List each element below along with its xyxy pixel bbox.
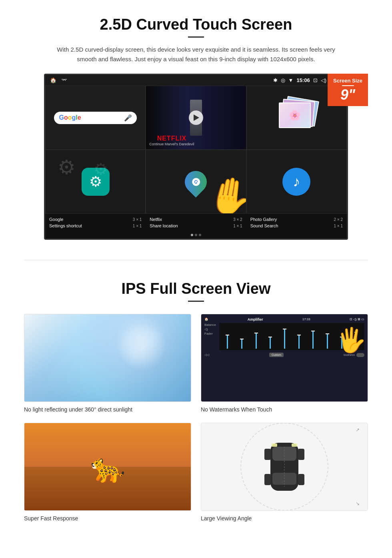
play-button[interactable] bbox=[189, 110, 203, 125]
play-triangle-icon bbox=[194, 114, 199, 121]
netflix-logo-text: NETFLIX bbox=[149, 135, 194, 142]
settings-label: Settings shortcut 1 × 1 bbox=[45, 223, 146, 229]
home-icon[interactable]: 🏠 bbox=[50, 77, 56, 83]
google-search-bar[interactable]: Google 🎤 bbox=[54, 112, 136, 124]
netflix-overlay: NETFLIX Continue Marvel's Daredevil bbox=[149, 135, 194, 146]
camera-icon: ⊡ bbox=[313, 77, 318, 83]
sound-size: 1 × 1 bbox=[334, 224, 343, 228]
screen-size-badge: Screen Size 9" bbox=[328, 74, 368, 106]
watermarks-image: 🏠 Amplifier 17:33 ⊡ ◁) ⊠ ▭ Balance ◁) Fa… bbox=[201, 314, 368, 402]
large-angle-label: Large Viewing Angle bbox=[201, 515, 252, 522]
netflix-label: Netflix 3 × 2 bbox=[146, 216, 246, 223]
car-circle bbox=[240, 423, 328, 511]
dot-3 bbox=[199, 234, 201, 236]
fader-label: Fader bbox=[204, 332, 216, 335]
music-note-icon: ♪ bbox=[293, 173, 300, 190]
amp-title: Amplifier bbox=[248, 317, 263, 321]
app-labels: Google 3 × 1 Netflix 3 × 2 Photo Gallery… bbox=[45, 214, 347, 231]
netflix-size: 3 × 2 bbox=[233, 217, 242, 222]
google-label-name: Google bbox=[49, 217, 63, 222]
sunlight-visual bbox=[24, 314, 191, 401]
volume-symbol: ◁) bbox=[204, 327, 216, 331]
svg-rect-8 bbox=[272, 444, 277, 447]
google-app-cell[interactable]: Google 🎤 bbox=[45, 86, 146, 150]
balance-label: Balance bbox=[204, 323, 216, 327]
share-size: 1 × 1 bbox=[233, 224, 242, 228]
photo-stack: 🌸 bbox=[276, 98, 316, 138]
screen-wrapper: Screen Size 9" 🏠 ⌤ ✱ ◎ ▼ 15:06 bbox=[24, 74, 368, 240]
dot-1 bbox=[191, 234, 193, 236]
section1-desc: With 2.5D curved-display screen, this de… bbox=[56, 45, 336, 64]
feature-no-light: No light reflecting under 360° direct su… bbox=[24, 314, 191, 413]
cheetah-icon: 🐆 bbox=[90, 452, 125, 484]
share-label: Share location 1 × 1 bbox=[146, 223, 246, 229]
photo-card-front: 🌸 bbox=[279, 102, 311, 128]
amp-controls: Balance ◁) Fader bbox=[204, 323, 364, 350]
location-icon: ◎ bbox=[281, 77, 285, 83]
badge-line bbox=[342, 85, 354, 86]
no-light-label: No light reflecting under 360° direct su… bbox=[24, 406, 132, 413]
sound-icon-bg: ♪ bbox=[282, 168, 310, 196]
dot-2 bbox=[195, 234, 197, 236]
photo-label: Photo Gallery 2 × 2 bbox=[246, 216, 347, 223]
google-logo: Google bbox=[59, 114, 81, 121]
svg-rect-6 bbox=[298, 474, 304, 485]
title-underline-2 bbox=[188, 301, 204, 302]
page-container: 2.5D Curved Touch Screen With 2.5D curve… bbox=[0, 0, 392, 534]
google-size: 3 × 1 bbox=[133, 217, 142, 222]
netflix-label-name: Netflix bbox=[150, 217, 162, 222]
equalizer-area: 🖐 bbox=[219, 323, 364, 350]
sound-label: Sound Search 1 × 1 bbox=[246, 223, 347, 229]
settings-cell[interactable]: ⚙ ⚙ ⚙ bbox=[45, 150, 146, 214]
volume-icon: ◁) bbox=[321, 77, 326, 83]
feature-no-watermarks: 🏠 Amplifier 17:33 ⊡ ◁) ⊠ ▭ Balance ◁) Fa… bbox=[201, 314, 368, 413]
svg-rect-5 bbox=[264, 474, 271, 485]
cheetah-image: 🐆 bbox=[24, 423, 191, 511]
title-underline bbox=[188, 36, 204, 38]
status-bar: 🏠 ⌤ ✱ ◎ ▼ 15:06 ⊡ ◁) ⊠ ▭ bbox=[45, 75, 347, 86]
sound-search-cell[interactable]: ♪ bbox=[246, 150, 347, 214]
car-visual: ↗ ↘ bbox=[201, 423, 368, 510]
settings-label-name: Settings shortcut bbox=[49, 223, 82, 228]
google-mic-icon[interactable]: 🎤 bbox=[124, 114, 132, 122]
device-frame: 🏠 ⌤ ✱ ◎ ▼ 15:06 ⊡ ◁) ⊠ ▭ bbox=[44, 74, 348, 240]
section-ips: IPS Full Screen View No light reflecting… bbox=[0, 268, 392, 534]
maps-g-icon: G bbox=[185, 171, 207, 193]
badge-label: Screen Size bbox=[333, 78, 362, 84]
feature-large-angle: ↗ ↘ Large Viewing Angle bbox=[201, 423, 368, 522]
amplifier-screen: 🏠 Amplifier 17:33 ⊡ ◁) ⊠ ▭ Balance ◁) Fa… bbox=[201, 314, 368, 401]
amp-custom-btn[interactable]: Custom bbox=[269, 353, 284, 357]
sunlight-overlay bbox=[24, 314, 191, 401]
amp-home-icon: 🏠 bbox=[204, 317, 208, 321]
status-left: 🏠 ⌤ bbox=[50, 77, 67, 83]
badge-size: 9" bbox=[340, 86, 355, 103]
sound-label-name: Sound Search bbox=[250, 223, 278, 228]
section-divider bbox=[24, 260, 368, 260]
feature-fast-response: 🐆 Super Fast Response bbox=[24, 423, 191, 522]
share-label-name: Share location bbox=[150, 223, 178, 228]
netflix-app-cell[interactable]: NETFLIX Continue Marvel's Daredevil bbox=[146, 86, 246, 150]
angle-arrow-tr: ↗ bbox=[356, 427, 360, 433]
svg-rect-9 bbox=[292, 444, 297, 447]
feature-grid: No light reflecting under 360° direct su… bbox=[24, 314, 368, 522]
section1-title: 2.5D Curved Touch Screen bbox=[24, 16, 368, 33]
status-time: 15:06 bbox=[296, 77, 310, 83]
app-grid: Google 🎤 bbox=[45, 86, 347, 214]
netflix-subtitle: Continue Marvel's Daredevil bbox=[149, 142, 194, 146]
amp-icons: ⊡ ◁) ⊠ ▭ bbox=[350, 317, 364, 321]
amp-status-bar: 🏠 Amplifier 17:33 ⊡ ◁) ⊠ ▭ bbox=[204, 317, 364, 321]
angle-arrow-br: ↘ bbox=[356, 501, 360, 506]
flower-icon: 🌸 bbox=[289, 110, 301, 121]
share-location-cell[interactable]: G 🤚 bbox=[146, 150, 246, 214]
svg-rect-4 bbox=[298, 449, 304, 460]
no-watermarks-label: No Watermarks When Touch bbox=[201, 406, 272, 413]
fast-response-label: Super Fast Response bbox=[24, 515, 78, 522]
section2-title: IPS Full Screen View bbox=[24, 280, 368, 297]
section-curved: 2.5D Curved Touch Screen With 2.5D curve… bbox=[0, 0, 392, 252]
amp-time: 17:33 bbox=[302, 317, 310, 321]
car-top-svg bbox=[260, 435, 308, 499]
fingers-icon: 🖐 bbox=[336, 326, 366, 354]
usb-icon: ⌤ bbox=[61, 77, 67, 83]
photo-size: 2 × 2 bbox=[334, 217, 343, 222]
bluetooth-icon: ✱ bbox=[273, 77, 278, 83]
